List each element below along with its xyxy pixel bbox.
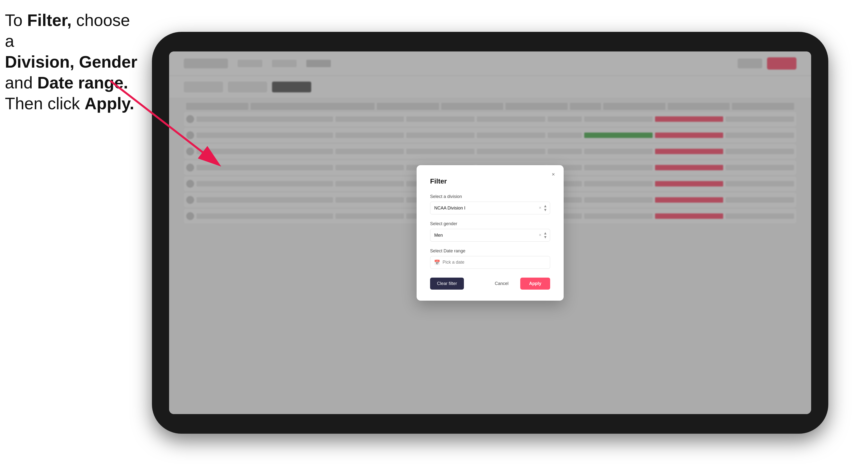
tablet-screen: × Filter Select a division NCAA Division… [169, 52, 811, 414]
gender-chevron-icon: ▲▼ [543, 231, 547, 239]
date-form-group: Select Date range 📅 [430, 248, 550, 269]
division-chevron-icon: ▲▼ [543, 204, 547, 212]
instruction-panel: To Filter, choose a Division, Gender and… [5, 10, 142, 114]
cancel-button[interactable]: Cancel [488, 278, 515, 290]
division-label: Select a division [430, 194, 550, 199]
gender-label: Select gender [430, 221, 550, 226]
instruction-line2: Division, Gender [5, 53, 137, 71]
date-range-input[interactable] [430, 256, 550, 269]
gender-select-wrapper: Men × ▲▼ [430, 229, 550, 242]
division-clear-button[interactable]: × [539, 205, 541, 211]
filter-modal: × Filter Select a division NCAA Division… [416, 165, 564, 301]
modal-footer-right: Cancel Apply [488, 278, 550, 290]
instruction-line1: To Filter, choose a [5, 11, 130, 50]
calendar-icon: 📅 [434, 259, 440, 266]
instruction-line3: and Date range. [5, 73, 128, 92]
apply-button[interactable]: Apply [520, 278, 550, 290]
date-input-wrapper: 📅 [430, 256, 550, 269]
division-select[interactable]: NCAA Division I [430, 201, 550, 214]
gender-select-controls: × ▲▼ [539, 231, 547, 239]
division-select-wrapper: NCAA Division I × ▲▼ [430, 201, 550, 214]
division-select-controls: × ▲▼ [539, 204, 547, 212]
tablet-frame: × Filter Select a division NCAA Division… [152, 32, 828, 434]
clear-filter-button[interactable]: Clear filter [430, 278, 464, 290]
modal-overlay: × Filter Select a division NCAA Division… [169, 52, 811, 414]
instruction-line4: Then click Apply. [5, 94, 134, 113]
date-label: Select Date range [430, 248, 550, 254]
gender-form-group: Select gender Men × ▲▼ [430, 221, 550, 242]
modal-title: Filter [430, 177, 550, 185]
division-form-group: Select a division NCAA Division I × ▲▼ [430, 194, 550, 214]
gender-clear-button[interactable]: × [539, 232, 541, 238]
modal-close-button[interactable]: × [549, 170, 558, 179]
gender-select[interactable]: Men [430, 229, 550, 242]
modal-footer: Clear filter Cancel Apply [430, 278, 550, 290]
